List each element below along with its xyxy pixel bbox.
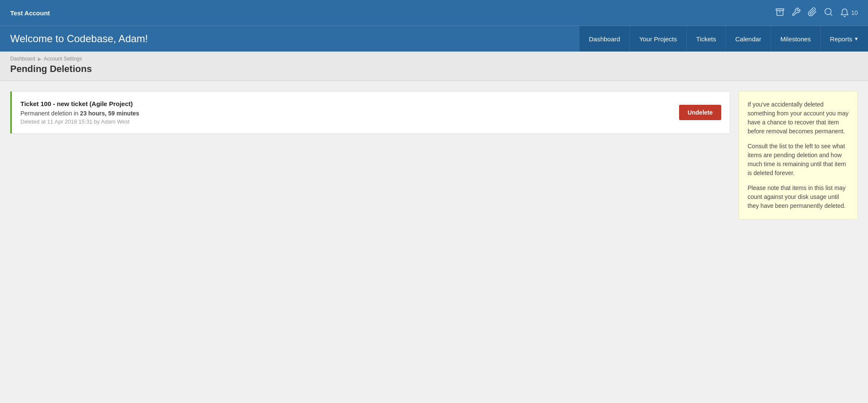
sub-header: Dashboard ▶ Account Settings Pending Del… bbox=[0, 52, 868, 81]
header: Test Account bbox=[0, 0, 868, 26]
info-para-1: If you've accidentally deleted something… bbox=[748, 100, 849, 136]
nav-calendar[interactable]: Calendar bbox=[725, 26, 771, 52]
nav-milestones[interactable]: Milestones bbox=[771, 26, 820, 52]
account-name: Test Account bbox=[10, 9, 50, 17]
deletion-countdown: Permanent deletion in 23 hours, 59 minut… bbox=[20, 110, 671, 117]
nav-reports[interactable]: Reports ▼ bbox=[820, 26, 868, 52]
breadcrumb: Dashboard ▶ Account Settings bbox=[10, 56, 858, 62]
header-icons: 10 bbox=[775, 7, 858, 19]
undelete-button[interactable]: Undelete bbox=[679, 105, 721, 120]
wrench-icon[interactable] bbox=[791, 7, 801, 19]
main-content: Ticket 100 - new ticket (Agile Project) … bbox=[0, 81, 868, 230]
info-para-2: Consult the list to the left to see what… bbox=[748, 142, 849, 178]
nav-reports-label: Reports bbox=[830, 35, 853, 43]
nav-dashboard[interactable]: Dashboard bbox=[579, 26, 629, 52]
notifications-icon[interactable]: 10 bbox=[840, 8, 858, 17]
deletion-item: Ticket 100 - new ticket (Agile Project) … bbox=[10, 91, 730, 134]
deletions-list: Ticket 100 - new ticket (Agile Project) … bbox=[10, 91, 730, 134]
info-para-3: Please note that items in this list may … bbox=[748, 184, 849, 210]
main-nav: Dashboard Your Projects Tickets Calendar… bbox=[579, 26, 868, 52]
page-title: Pending Deletions bbox=[10, 63, 858, 75]
breadcrumb-dashboard[interactable]: Dashboard bbox=[10, 56, 35, 62]
breadcrumb-separator: ▶ bbox=[38, 56, 41, 62]
deletion-info: Ticket 100 - new ticket (Agile Project) … bbox=[20, 100, 671, 125]
svg-rect-0 bbox=[776, 9, 784, 10]
nav-your-projects[interactable]: Your Projects bbox=[629, 26, 686, 52]
info-panel: If you've accidentally deleted something… bbox=[739, 91, 858, 219]
deletion-title: Ticket 100 - new ticket (Agile Project) bbox=[20, 100, 671, 107]
search-icon[interactable] bbox=[824, 7, 833, 19]
notification-count: 10 bbox=[851, 9, 858, 16]
welcome-text: Welcome to Codebase, Adam! bbox=[0, 26, 158, 52]
nav-bar: Welcome to Codebase, Adam! Dashboard You… bbox=[0, 26, 868, 52]
archive-icon[interactable] bbox=[775, 7, 785, 19]
breadcrumb-account-settings[interactable]: Account Settings bbox=[44, 56, 82, 62]
nav-tickets[interactable]: Tickets bbox=[686, 26, 725, 52]
deletion-meta: Deleted at 11 Apr 2018 15:31 by Adam Wes… bbox=[20, 118, 671, 125]
paperclip-icon[interactable] bbox=[808, 7, 817, 19]
reports-dropdown-arrow: ▼ bbox=[854, 36, 859, 41]
